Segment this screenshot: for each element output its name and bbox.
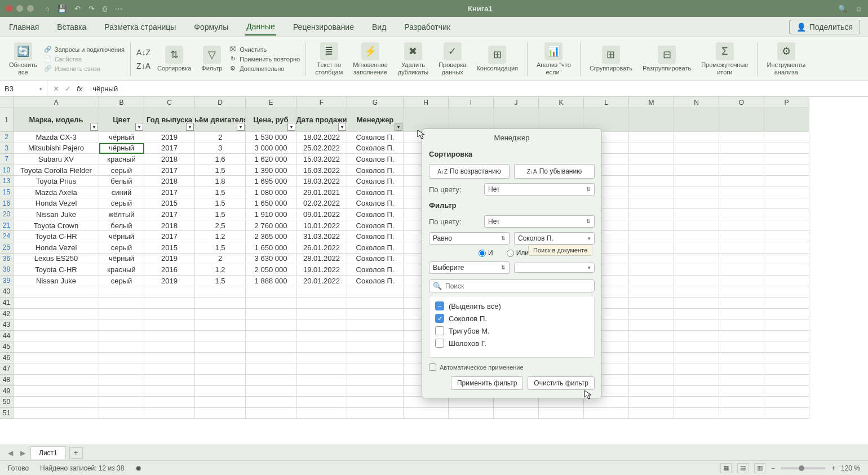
cell[interactable] [144,309,195,320]
cell[interactable] [629,386,674,397]
save-icon[interactable]: 💾 [57,5,67,13]
cell[interactable] [246,298,296,309]
cell[interactable] [246,353,296,364]
zoom-slider[interactable] [781,467,826,469]
cell[interactable] [629,298,674,309]
tab-developer[interactable]: Разработчик [403,19,451,35]
cell[interactable] [674,132,719,143]
cell[interactable]: Соколов П. [347,209,404,220]
cell[interactable] [99,298,144,309]
macro-record-icon[interactable]: ⏺ [135,464,142,472]
cell[interactable] [14,375,99,386]
row-header-51[interactable]: 51 [0,408,13,419]
cell[interactable] [195,319,246,331]
cell[interactable]: 29.01.2021 [296,187,347,198]
cell[interactable] [195,386,246,397]
cell[interactable]: Subaru XV [14,154,99,165]
cell[interactable] [14,286,99,298]
row-header-2[interactable]: 2 [0,132,13,143]
cell[interactable] [764,397,809,408]
cell[interactable] [347,408,404,419]
cell[interactable] [719,165,764,176]
cell[interactable]: 25.02.2022 [296,143,347,154]
zoom-in-button[interactable]: + [831,464,835,472]
cell[interactable]: 26.01.2022 [296,242,347,254]
cell[interactable] [195,408,246,419]
cell[interactable] [347,309,404,320]
row-header-38[interactable]: 38 [0,264,13,276]
cell[interactable]: Соколов П. [347,198,404,210]
row-header-20[interactable]: 20 [0,209,13,220]
row-header-46[interactable]: 46 [0,353,13,364]
feedback-icon[interactable]: ☺ [855,5,862,13]
cell[interactable] [144,386,195,397]
cell[interactable] [629,363,674,375]
cell[interactable]: 2 760 000 [246,220,296,232]
row-header-43[interactable]: 43 [0,319,13,331]
header-cell[interactable] [629,108,674,132]
cell[interactable] [629,231,674,242]
cell[interactable]: красный [99,154,144,165]
filter-dropdown-button[interactable]: ▾ [338,123,346,131]
row-header-24[interactable]: 24 [0,231,13,242]
cell[interactable] [629,341,674,353]
cell[interactable] [195,331,246,342]
cell[interactable]: 1,5 [195,165,246,176]
cell[interactable] [764,187,809,198]
cell[interactable] [14,353,99,364]
refresh-all-button[interactable]: 🔄 Обновить все [6,42,41,75]
cell[interactable] [246,363,296,375]
row-header-25[interactable]: 25 [0,242,13,254]
cell[interactable]: Mazda Axela [14,187,99,198]
subtotal-button[interactable]: Σ Промежуточные итоги [698,42,751,75]
cell[interactable] [404,397,449,408]
cell[interactable] [719,309,764,320]
cell[interactable]: 2,5 [195,220,246,232]
column-header-H[interactable]: H [404,97,449,108]
cell[interactable] [629,176,674,187]
cell[interactable] [674,331,719,342]
cell[interactable] [719,254,764,265]
row-header-16[interactable]: 16 [0,198,13,210]
cell[interactable]: 1,2 [195,231,246,242]
cell[interactable] [246,397,296,408]
cell[interactable] [296,375,347,386]
cell[interactable] [629,132,674,143]
cell[interactable]: 1 888 000 [246,276,296,287]
cell[interactable]: Соколов П. [347,276,404,287]
cell[interactable] [764,242,809,254]
cell[interactable]: 2017 [144,165,195,176]
cell[interactable] [719,363,764,375]
cell[interactable] [296,341,347,353]
cell[interactable] [347,397,404,408]
cell[interactable] [674,363,719,375]
cell[interactable] [99,408,144,419]
row-header-15[interactable]: 15 [0,187,13,198]
cell[interactable] [674,264,719,276]
cell[interactable] [99,397,144,408]
cell[interactable] [719,353,764,364]
cell[interactable] [404,408,449,419]
cell[interactable]: серый [99,276,144,287]
cell[interactable] [99,286,144,298]
cell[interactable]: Toyota Prius [14,176,99,187]
cell[interactable] [99,309,144,320]
cell[interactable] [296,309,347,320]
column-header-A[interactable]: A [14,97,99,108]
what-if-button[interactable]: 📊 Анализ "что если" [533,42,574,75]
cell[interactable] [719,319,764,331]
cell[interactable]: чёрный [99,143,144,154]
cell[interactable]: 2017 [144,143,195,154]
header-cell[interactable]: Цвет▾ [99,108,144,132]
cell[interactable] [674,143,719,154]
cell[interactable] [764,143,809,154]
cell[interactable] [629,276,674,287]
cell[interactable] [14,309,99,320]
group-button[interactable]: ⊞ Сгруппировать [586,46,636,72]
cell[interactable]: Соколов П. [347,143,404,154]
cell[interactable] [629,319,674,331]
cell[interactable]: чёрный [99,132,144,143]
row-header-21[interactable]: 21 [0,220,13,232]
row-header-39[interactable]: 39 [0,276,13,287]
cell[interactable]: Honda Vezel [14,198,99,210]
